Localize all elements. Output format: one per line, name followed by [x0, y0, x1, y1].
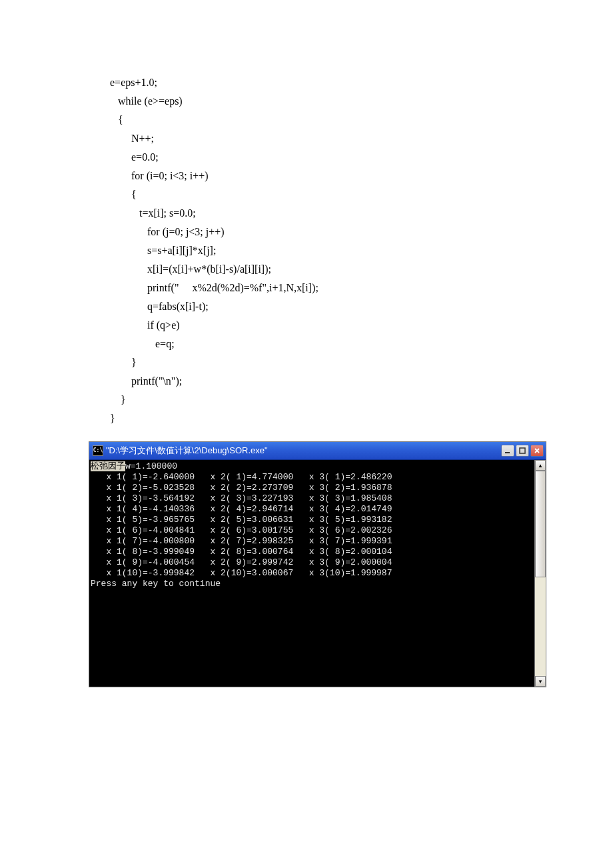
code-line: {: [110, 114, 123, 125]
code-line: e=q;: [110, 338, 175, 349]
scroll-down-button[interactable]: ▼: [535, 676, 546, 687]
console-row: x 1( 7)=-4.000800 x 2( 7)=2.998325 x 3( …: [91, 536, 392, 546]
console-row: x 1( 2)=-5.023528 x 2( 2)=2.273709 x 3( …: [91, 483, 392, 493]
window-controls: [501, 445, 546, 457]
console-row: x 1( 3)=-3.564192 x 2( 3)=3.227193 x 3( …: [91, 493, 392, 503]
code-line: }: [110, 394, 126, 405]
highlighted-text: 松弛因子: [91, 461, 125, 471]
code-line: x[i]=(x[i]+w*(b[i]-s)/a[i][i]);: [110, 263, 271, 275]
code-line: e=eps+1.0;: [110, 77, 157, 88]
code-line: s=s+a[i][j]*x[j];: [110, 245, 216, 256]
source-code-block: e=eps+1.0; while (e>=eps) { N++; e=0.0; …: [0, 0, 613, 441]
console-body: 松弛因子w=1.100000 x 1( 1)=-2.640000 x 2( 1)…: [89, 460, 546, 687]
maximize-button[interactable]: [516, 445, 529, 457]
console-output: 松弛因子w=1.100000 x 1( 1)=-2.640000 x 2( 1)…: [89, 460, 534, 687]
close-button[interactable]: [530, 445, 544, 457]
scroll-up-button[interactable]: ▲: [535, 460, 546, 471]
code-line: while (e>=eps): [110, 95, 183, 107]
code-line: printf(" x%2d(%2d)=%f",i+1,N,x[i]);: [110, 282, 318, 293]
cmd-icon: C:\: [93, 445, 103, 456]
console-row: x 1(10)=-3.999842 x 2(10)=3.000067 x 3(1…: [91, 568, 392, 578]
console-row: x 1( 4)=-4.140336 x 2( 4)=2.946714 x 3( …: [91, 504, 392, 514]
code-line: q=fabs(x[i]-t);: [110, 301, 209, 312]
code-line: if (q>e): [110, 319, 180, 331]
console-row: x 1( 5)=-3.965765 x 2( 5)=3.006631 x 3( …: [91, 515, 392, 525]
press-any-key: Press any key to continue: [91, 579, 221, 589]
code-line: for (i=0; i<3; i++): [110, 170, 209, 181]
console-row: x 1( 6)=-4.004841 x 2( 6)=3.001755 x 3( …: [91, 525, 392, 535]
code-line: e=0.0;: [110, 151, 159, 163]
console-row: x 1( 1)=-2.640000 x 2( 1)=4.774000 x 3( …: [91, 472, 392, 482]
window-titlebar[interactable]: C:\ "D:\学习文件\数值计算\2\Debug\SOR.exe": [89, 442, 546, 460]
code-line: }: [110, 357, 137, 368]
console-row: x 1( 9)=-4.000454 x 2( 9)=2.999742 x 3( …: [91, 557, 392, 567]
w-value: w=1.100000: [125, 461, 177, 471]
minimize-button[interactable]: [501, 445, 514, 457]
scroll-track[interactable]: [535, 471, 546, 676]
code-line: printf("\n");: [110, 375, 182, 387]
window-title: "D:\学习文件\数值计算\2\Debug\SOR.exe": [106, 445, 501, 457]
console-row: x 1( 8)=-3.999049 x 2( 8)=3.000764 x 3( …: [91, 547, 392, 557]
code-line: N++;: [110, 133, 154, 144]
vertical-scrollbar[interactable]: ▲ ▼: [534, 460, 546, 687]
svg-rect-0: [505, 452, 510, 453]
console-window: C:\ "D:\学习文件\数值计算\2\Debug\SOR.exe" 松弛因子w…: [89, 441, 546, 687]
svg-rect-1: [520, 448, 525, 453]
document-page: e=eps+1.0; while (e>=eps) { N++; e=0.0; …: [0, 0, 613, 687]
scroll-thumb[interactable]: [535, 471, 546, 577]
code-line: for (j=0; j<3; j++): [110, 226, 225, 237]
code-line: {: [110, 189, 137, 200]
code-line: }: [110, 413, 115, 424]
code-line: t=x[i]; s=0.0;: [110, 207, 196, 219]
